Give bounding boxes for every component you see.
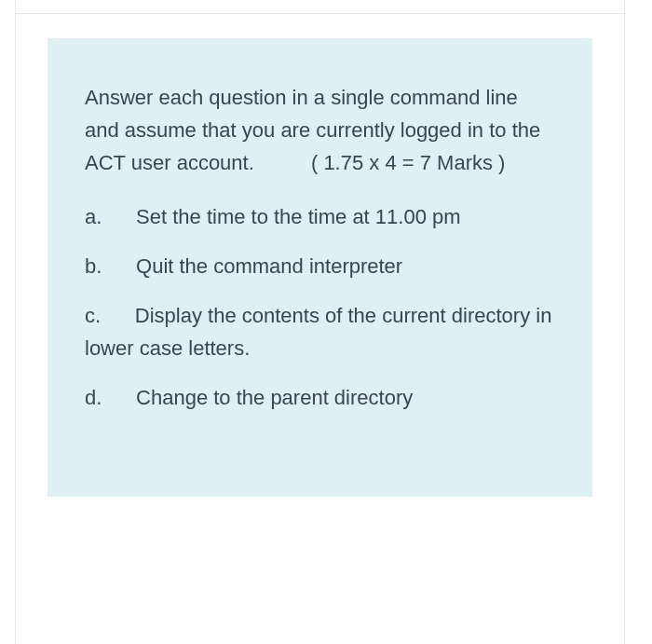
content-wrap: Answer each question in a single command… xyxy=(16,13,624,497)
item-gap xyxy=(102,254,136,278)
item-text: Quit the command interpreter xyxy=(136,254,402,278)
item-gap xyxy=(101,304,135,327)
question-item: b. Quit the command interpreter xyxy=(85,250,555,282)
page-frame: Answer each question in a single command… xyxy=(15,0,625,644)
item-letter: d. xyxy=(85,386,102,409)
item-text: Change to the parent directory xyxy=(136,386,413,409)
question-item: a. Set the time to the time at 11.00 pm xyxy=(85,200,555,233)
item-letter: c. xyxy=(85,304,101,327)
marks-text: ( 1.75 x 4 = 7 xyxy=(311,151,431,174)
intro-text: user account. xyxy=(131,151,254,174)
intro-gap xyxy=(254,151,311,174)
question-card: Answer each question in a single command… xyxy=(48,38,592,497)
item-text: Display the contents of the current dire… xyxy=(85,304,551,360)
item-gap xyxy=(102,386,136,409)
item-letter: b. xyxy=(85,254,102,278)
item-gap xyxy=(102,205,136,228)
question-item: c. Display the contents of the current d… xyxy=(85,299,555,364)
item-text: Set the time to the time at 11.00 pm xyxy=(136,205,461,228)
intro-text: Answer each question in a single xyxy=(85,86,385,109)
question-intro: Answer each question in a single command… xyxy=(85,81,555,180)
question-item: d. Change to the parent directory xyxy=(85,381,555,414)
intro-text: Marks ) xyxy=(437,151,505,174)
item-letter: a. xyxy=(85,205,102,228)
